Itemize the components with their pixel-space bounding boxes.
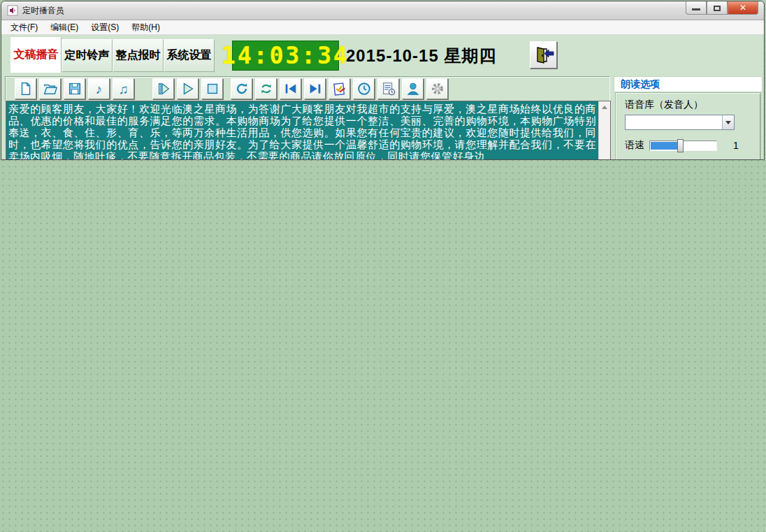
speed-row: 语速 1 bbox=[625, 139, 760, 152]
chevron-down-icon bbox=[725, 121, 731, 124]
loop-icon bbox=[259, 81, 274, 96]
step-play-button[interactable] bbox=[152, 78, 174, 99]
play-icon bbox=[180, 81, 196, 96]
scroll-up-arrow-icon[interactable] bbox=[599, 101, 611, 113]
menu-file[interactable]: 文件(F) bbox=[4, 20, 44, 35]
tab-timed-ring[interactable]: 定时铃声 bbox=[62, 39, 113, 72]
clock-icon bbox=[356, 81, 372, 96]
voice-library-label: 语音库（发音人） bbox=[625, 99, 760, 111]
person-icon bbox=[405, 81, 421, 96]
speed-slider-thumb[interactable] bbox=[677, 139, 684, 152]
save-floppy-icon bbox=[67, 81, 82, 96]
voice-groupbox: 语音库（发音人） 语速 1 bbox=[615, 92, 761, 160]
titlebar[interactable]: 定时播音员 ✕ bbox=[1, 1, 764, 20]
settings-gear-button[interactable] bbox=[426, 78, 448, 99]
tab-script-broadcast[interactable]: 文稿播音 bbox=[10, 37, 62, 73]
previous-button[interactable] bbox=[280, 78, 301, 99]
reading-options-panel: 朗读选项 语音库（发音人） 语速 bbox=[614, 76, 763, 160]
open-file-button[interactable] bbox=[39, 78, 61, 99]
editor-scrollbar[interactable] bbox=[598, 101, 610, 160]
stop-button[interactable] bbox=[201, 78, 223, 99]
loop-button[interactable] bbox=[255, 78, 277, 99]
desktop-background: 定时播音员 ✕ 文件(F) 编辑(E) 设置(S) 帮助(H) 文稿播音 定时铃… bbox=[0, 0, 766, 532]
step-play-icon bbox=[156, 81, 171, 96]
new-document-button[interactable] bbox=[15, 78, 36, 99]
clock-button[interactable] bbox=[353, 78, 375, 99]
menu-edit[interactable]: 编辑(E) bbox=[44, 20, 85, 35]
open-folder-icon bbox=[43, 81, 58, 96]
previous-icon bbox=[283, 81, 298, 96]
app-window: 定时播音员 ✕ 文件(F) 编辑(E) 设置(S) 帮助(H) 文稿播音 定时铃… bbox=[1, 1, 765, 160]
caption-buttons: ✕ bbox=[686, 1, 758, 15]
tab-row: 文稿播音 定时铃声 整点报时 系统设置 14:03:34 2015-10-15 … bbox=[1, 35, 764, 73]
schedule-button[interactable] bbox=[377, 78, 399, 99]
script-text[interactable]: 亲爱的顾客朋友，大家好！欢迎光临澳之星商场，为答谢广大顾客朋友对我超市的支持与厚… bbox=[6, 101, 598, 160]
close-button[interactable]: ✕ bbox=[728, 1, 758, 15]
menu-settings[interactable]: 设置(S) bbox=[85, 20, 125, 35]
speaker-person-button[interactable] bbox=[402, 78, 424, 99]
script-editor: 亲爱的顾客朋友，大家好！欢迎光临澳之星商场，为答谢广大顾客朋友对我超市的支持与厚… bbox=[6, 101, 611, 160]
speed-slider[interactable] bbox=[649, 141, 717, 151]
next-button[interactable] bbox=[304, 78, 326, 99]
window-title: 定时播音员 bbox=[22, 5, 64, 17]
gear-icon bbox=[430, 81, 445, 96]
repeat-button[interactable] bbox=[231, 78, 252, 99]
save-file-button[interactable] bbox=[64, 78, 85, 99]
exit-door-icon bbox=[533, 45, 554, 66]
date-display: 2015-10-15 星期四 bbox=[346, 45, 496, 67]
edit-task-button[interactable] bbox=[328, 78, 350, 99]
music-note-button[interactable]: ♪ bbox=[88, 78, 110, 99]
maximize-button[interactable] bbox=[707, 1, 728, 15]
voice-combobox-value bbox=[626, 115, 722, 129]
app-speaker-icon bbox=[7, 5, 18, 16]
menu-help[interactable]: 帮助(H) bbox=[125, 20, 166, 35]
combobox-dropdown-button[interactable] bbox=[722, 115, 734, 129]
minimize-button[interactable] bbox=[686, 1, 707, 15]
next-icon bbox=[308, 81, 323, 96]
speed-label: 语速 bbox=[625, 139, 649, 152]
voice-combobox[interactable] bbox=[625, 115, 735, 130]
menubar: 文件(F) 编辑(E) 设置(S) 帮助(H) bbox=[1, 20, 764, 35]
exit-button[interactable] bbox=[530, 41, 557, 69]
music-notes-button[interactable]: ♫ bbox=[113, 78, 134, 99]
new-document-icon bbox=[18, 81, 34, 96]
tab-system-settings[interactable]: 系统设置 bbox=[164, 39, 215, 72]
stop-icon bbox=[205, 81, 220, 96]
music-note-icon: ♪ bbox=[96, 82, 103, 96]
toolbar: ♪ ♫ bbox=[5, 76, 610, 101]
edit-check-icon bbox=[332, 81, 347, 96]
schedule-doc-icon bbox=[381, 81, 396, 96]
tab-hourly-chime[interactable]: 整点报时 bbox=[113, 39, 164, 72]
digital-clock: 14:03:34 bbox=[232, 41, 339, 71]
repeat-icon bbox=[234, 81, 250, 96]
speed-slider-fill bbox=[651, 142, 680, 150]
music-notes-icon: ♫ bbox=[118, 82, 128, 96]
speed-value: 1 bbox=[733, 140, 739, 151]
panel-title: 朗读选项 bbox=[614, 76, 763, 92]
client-area: 文稿播音 定时铃声 整点报时 系统设置 14:03:34 2015-10-15 … bbox=[1, 35, 764, 160]
play-button[interactable] bbox=[177, 78, 198, 99]
